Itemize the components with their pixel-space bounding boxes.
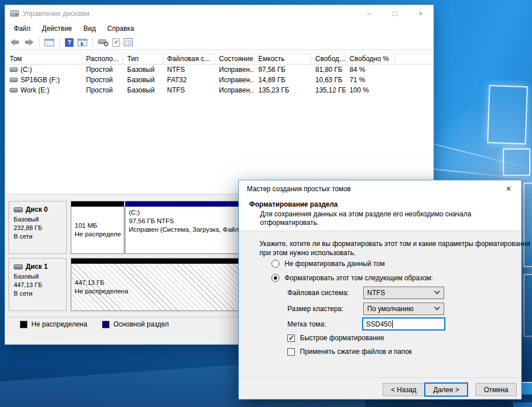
table-row[interactable]: (C:) Простой Базовый NTFS Исправен... 97… [6,65,433,75]
partition-color-bar [71,202,124,207]
column-header-free[interactable]: Свобод... [311,54,346,64]
column-header-volume[interactable]: Том [6,54,82,64]
column-header-status[interactable]: Состояние [215,54,254,64]
disk-icon [14,207,23,212]
disk-kind: Базовый [14,215,66,224]
cell-layout: Простой [82,65,123,75]
action-pane-icon[interactable] [78,39,87,46]
close-button[interactable]: × [408,5,433,22]
cell-capacity: 14,89 ГБ [254,75,311,85]
cell-type: Базовый [123,75,163,85]
check-volume-icon[interactable] [112,38,120,47]
wizard-intro-text: Укажите, хотите ли вы форматировать этот… [259,239,530,257]
forward-icon[interactable] [24,39,34,46]
quick-format-label: Быстрое форматирование [300,334,384,342]
compression-label: Применять сжатие файлов и папок [300,348,412,356]
disk-management-app-icon [10,10,19,17]
wizard-header: Форматирование раздела Для сохранения да… [239,198,521,231]
cell-status: Исправен... [215,75,254,85]
cell-layout: Простой [82,75,123,85]
disk-kind: Базовый [14,272,66,281]
disk-name: Диск 1 [26,263,48,271]
help-icon[interactable]: ? [65,38,74,47]
wizard-close-icon[interactable]: × [496,180,521,198]
radio-circle-checked[interactable] [271,274,279,282]
compression-checkbox-row[interactable]: Применять сжатие файлов и папок [287,348,412,356]
wizard-footer: < Назад Далее > Отмена [239,377,521,399]
properties-list-icon[interactable] [124,38,133,46]
minimize-button[interactable]: – [356,5,382,22]
menu-view[interactable]: Вид [78,25,101,33]
radio-do-not-format[interactable]: Не форматировать данный том [271,260,385,268]
file-system-label: Файловая система: [287,289,349,297]
wallpaper-band [513,402,532,407]
next-button[interactable]: Далее > [424,382,468,397]
disk-0-info-panel[interactable]: Диск 0 Базовый 232,88 ГБ В сети [9,201,67,254]
radio-circle[interactable] [271,260,279,268]
back-icon[interactable] [10,39,20,46]
disk-size: 232,88 ГБ [14,224,66,232]
cell-free-pct: 84 % [346,65,395,75]
cluster-size-value: По умолчанию [367,305,413,313]
menu-bar: Файл Действие Вид Справка [5,22,433,35]
wizard-title: Мастер создания простых томов [247,185,351,193]
cell-layout: Простой [82,85,123,95]
cancel-button[interactable]: Отмена [476,383,517,396]
menu-action[interactable]: Действие [36,25,78,33]
table-row[interactable]: SP16GB (F:) Простой Базовый FAT32 Исправ… [6,75,433,85]
radio-label: Форматировать этот том следующим образом… [285,274,433,282]
maximize-button[interactable]: □ [382,5,408,22]
wizard-page-subtitle: отформатировать. [260,219,471,227]
cell-free: 81,80 ГБ [311,65,346,75]
rescan-disks-icon[interactable] [98,38,108,46]
compression-checkbox[interactable] [287,348,295,356]
cell-free: 135,12 ГБ [311,85,346,95]
toolbar-separator [92,38,93,47]
toolbar-separator [39,38,39,47]
wizard-page-subtitle: Для сохранения данных на этом разделе ег… [260,210,471,219]
column-header-capacity[interactable]: Емкость [254,54,311,64]
windows-logo-pane [487,85,528,144]
cell-capacity: 135,23 ГБ [254,85,311,95]
disk-1-info-panel[interactable]: Диск 1 Базовый 447,13 ГБ В сети [9,258,67,311]
volume-label-input[interactable]: SSD450 [362,317,445,331]
column-header-filler [395,54,433,64]
volume-list: Том Располо... Тип Файловая с... Состоян… [6,53,433,194]
column-header-free-pct[interactable]: Свободно % [346,54,395,64]
cluster-size-dropdown[interactable]: По умолчанию [363,303,444,315]
toolbar-separator [59,38,60,47]
disk-name: Диск 0 [26,205,48,213]
volume-table-header: Том Располо... Тип Файловая с... Состоян… [6,53,433,65]
disk-size: 447,13 ГБ [14,281,66,289]
chevron-down-icon [434,288,440,294]
radio-format-volume[interactable]: Форматировать этот том следующим образом… [271,274,433,282]
volume-icon [10,67,18,72]
table-row[interactable]: Work (E:) Простой Базовый NTFS Исправен.… [6,85,433,95]
file-system-value: NTFS [367,289,385,297]
quick-format-checkbox-row[interactable]: Быстрое форматирование [287,334,384,342]
disk-status: В сети [14,289,66,298]
column-header-fs[interactable]: Файловая с... [163,54,215,64]
cluster-size-label: Размер кластера: [287,305,343,313]
console-tree-icon[interactable] [44,39,54,46]
cell-type: Базовый [123,85,163,95]
cell-type: Базовый [123,65,163,75]
cell-status: Исправен... [215,85,254,95]
radio-label: Не форматировать данный том [285,260,385,268]
title-bar: Управление дисками – □ × [5,5,433,22]
file-system-dropdown[interactable]: NTFS [363,287,444,299]
column-header-layout[interactable]: Располо... [82,54,123,64]
disk-icon [14,264,23,269]
desktop-wallpaper: Управление дисками – □ × Файл Действие В… [0,0,532,407]
wizard-title-bar: Мастер создания простых томов × [239,180,521,198]
menu-file[interactable]: Файл [8,25,36,33]
partition-unallocated-101mb[interactable]: 101 МБ Не распределе [71,201,124,254]
volume-icon [10,88,18,92]
column-header-type[interactable]: Тип [123,54,163,64]
cell-free-pct: 100 % [346,85,395,95]
quick-format-checkbox[interactable] [287,335,295,342]
cell-capacity: 97,56 ГБ [254,65,311,75]
menu-help[interactable]: Справка [101,25,140,33]
volume-label-value: SSD450 [366,320,392,328]
back-button[interactable]: < Назад [383,383,425,396]
